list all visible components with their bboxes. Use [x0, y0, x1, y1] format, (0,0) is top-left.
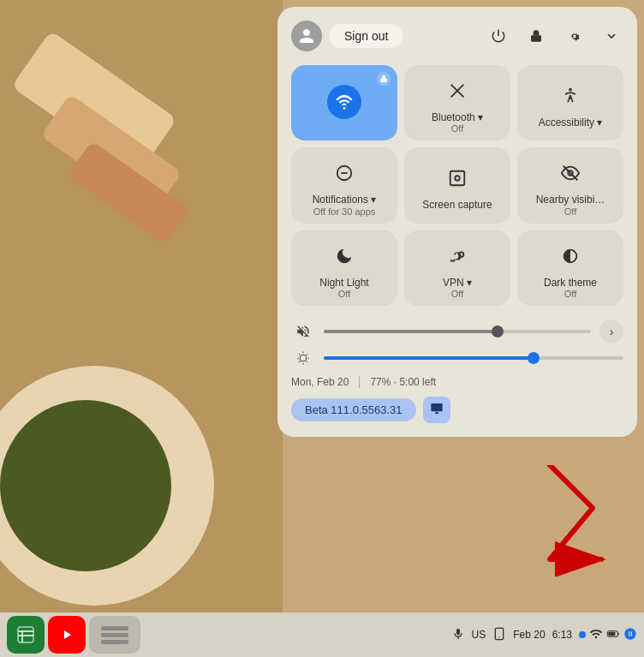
- svg-rect-19: [496, 628, 504, 639]
- beta-badge[interactable]: Beta 111.0.5563.31: [291, 398, 416, 421]
- wifi-lock-badge: [377, 72, 391, 86]
- stack-line3: [101, 640, 128, 644]
- notifications-tile-icon: [327, 156, 361, 190]
- bluetooth-tile-sublabel: Off: [451, 123, 463, 134]
- svg-rect-14: [18, 627, 33, 642]
- tile-notifications[interactable]: Notifications ▾ Off for 30 apps: [291, 147, 397, 223]
- bluetooth-tile-icon: [440, 74, 474, 108]
- sign-out-button[interactable]: Sign out: [329, 24, 403, 48]
- volume-track[interactable]: [324, 330, 591, 333]
- svg-rect-22: [608, 631, 615, 636]
- header-icons: [486, 24, 623, 48]
- svg-point-1: [343, 107, 346, 110]
- taskbar-battery-icon[interactable]: [606, 627, 620, 643]
- red-arrow: [541, 465, 618, 580]
- svg-point-20: [499, 636, 500, 637]
- svg-rect-2: [380, 79, 387, 83]
- taskbar-middle-stack[interactable]: [89, 616, 140, 654]
- quick-settings-panel: Sign out: [277, 7, 637, 437]
- taskbar-app-youtube[interactable]: [48, 616, 86, 654]
- nearbyvisi-tile-sublabel: Off: [564, 206, 576, 217]
- brightness-thumb[interactable]: [528, 352, 540, 364]
- vpn-tile-sublabel: Off: [451, 289, 463, 299]
- taskbar-blue-icon[interactable]: [623, 627, 637, 643]
- taskbar-wifi-icon[interactable]: [589, 627, 603, 643]
- svg-point-5: [569, 88, 572, 92]
- svg-marker-18: [64, 630, 71, 639]
- beta-badge-row: Beta 111.0.5563.31: [291, 397, 623, 423]
- svg-rect-0: [531, 35, 541, 41]
- mute-icon[interactable]: [291, 324, 315, 339]
- tiles-grid: Bluetooth ▾ Off Accessibility ▾ Notifica…: [291, 65, 623, 306]
- nearbyvisi-tile-icon: [553, 156, 587, 190]
- taskbar-time[interactable]: 6:13: [552, 629, 572, 641]
- accessibility-tile-label: Accessibility ▾: [539, 116, 603, 128]
- notifications-tile-label: Notifications ▾: [313, 194, 377, 206]
- darktheme-tile-label: Dark theme: [544, 277, 597, 289]
- taskbar-device-icon[interactable]: [492, 627, 506, 643]
- darktheme-tile-icon: [553, 239, 587, 273]
- footer-battery: 77% · 5:00 left: [370, 376, 436, 388]
- taskbar-locale[interactable]: US: [472, 629, 486, 641]
- notifications-tile-sublabel: Off for 30 apps: [313, 206, 376, 217]
- stack-line1: [101, 626, 128, 630]
- vpn-tile-icon: [440, 239, 474, 273]
- nightlight-tile-icon: [327, 239, 361, 273]
- settings-icon[interactable]: [562, 24, 586, 48]
- tile-nearbyvisi[interactable]: Nearby visibi… Off: [517, 147, 623, 223]
- taskbar-app-sheets[interactable]: [7, 616, 45, 654]
- chevron-down-icon[interactable]: [599, 24, 623, 48]
- taskbar-right: US Feb 20 6:13: [451, 627, 637, 643]
- nearbyvisi-tile-label: Nearby visibi…: [536, 194, 605, 206]
- vpn-tile-label: VPN ▾: [443, 277, 472, 289]
- screencapture-tile-label: Screen capture: [422, 199, 492, 211]
- svg-rect-8: [450, 171, 465, 186]
- brightness-slider-row: [291, 350, 623, 366]
- lock-icon[interactable]: [524, 24, 548, 48]
- notification-dot: [579, 631, 586, 638]
- sliders-section: ›: [291, 320, 623, 366]
- footer-divider: [359, 376, 360, 388]
- tile-darktheme[interactable]: Dark theme Off: [517, 230, 623, 306]
- darktheme-tile-sublabel: Off: [564, 289, 576, 299]
- tile-vpn[interactable]: VPN ▾ Off: [404, 230, 510, 306]
- accessibility-tile-icon: [553, 79, 587, 113]
- taskbar-status-icons: [579, 627, 637, 643]
- bluetooth-tile-label: Bluetooth ▾: [432, 111, 483, 123]
- qs-footer: Mon, Feb 20 77% · 5:00 left: [291, 376, 623, 388]
- feedback-icon[interactable]: [423, 397, 450, 423]
- brightness-track[interactable]: [324, 356, 623, 360]
- tile-bluetooth[interactable]: Bluetooth ▾ Off: [404, 65, 510, 140]
- volume-fill: [324, 330, 498, 333]
- nightlight-tile-sublabel: Off: [338, 289, 350, 299]
- avatar[interactable]: [291, 21, 322, 51]
- qs-header: Sign out: [291, 21, 623, 51]
- brightness-icon[interactable]: [291, 350, 315, 366]
- tile-nightlight[interactable]: Night Light Off: [291, 230, 397, 306]
- tile-screencapture[interactable]: Screen capture: [404, 147, 510, 223]
- taskbar-mic-icon[interactable]: [451, 627, 465, 643]
- footer-date: Mon, Feb 20: [291, 376, 349, 388]
- taskbar-date[interactable]: Feb 20: [513, 629, 545, 641]
- volume-expand-button[interactable]: ›: [599, 320, 623, 343]
- screencapture-tile-icon: [440, 161, 474, 195]
- tile-accessibility[interactable]: Accessibility ▾: [517, 65, 623, 140]
- volume-thumb[interactable]: [492, 326, 504, 337]
- tile-wifi[interactable]: [291, 65, 397, 140]
- nightlight-tile-label: Night Light: [319, 277, 368, 289]
- wifi-tile-icon: [327, 85, 361, 119]
- volume-slider-row: ›: [291, 320, 623, 343]
- svg-point-9: [455, 176, 460, 182]
- brightness-fill: [324, 356, 534, 360]
- stack-line2: [101, 633, 128, 637]
- taskbar: US Feb 20 6:13: [0, 612, 644, 657]
- power-icon[interactable]: [486, 24, 510, 48]
- wallpaper-oval2: [0, 400, 171, 571]
- svg-rect-12: [431, 403, 442, 411]
